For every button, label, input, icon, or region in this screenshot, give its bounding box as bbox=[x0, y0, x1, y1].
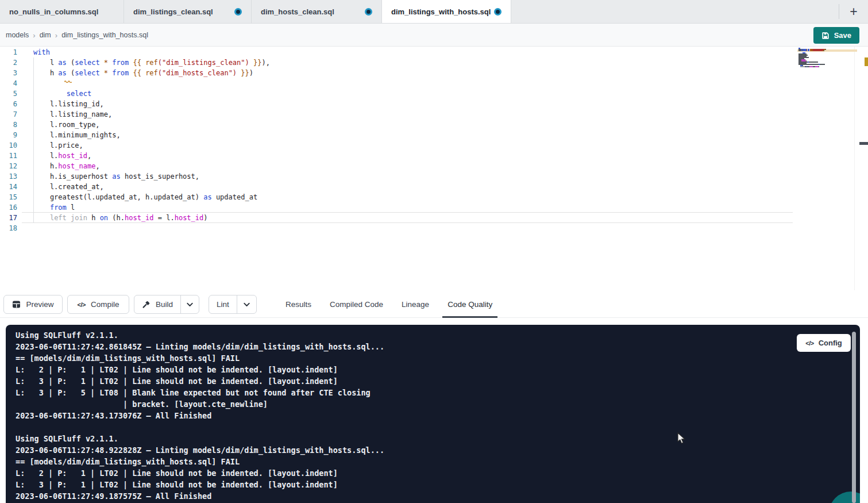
modified-dot-icon bbox=[494, 8, 501, 16]
breadcrumb-separator: › bbox=[55, 31, 57, 40]
code-line[interactable]: 8 l.room_type, bbox=[0, 120, 868, 130]
code-line[interactable]: 7 l.listing_name, bbox=[0, 109, 868, 120]
code-line[interactable]: 14 l.created_at, bbox=[0, 182, 868, 192]
terminal-line: Using SQLFluff v2.1.1. bbox=[16, 329, 384, 341]
modified-dot-icon bbox=[365, 8, 372, 16]
line-number: 1 bbox=[0, 47, 17, 57]
breadcrumb-item[interactable]: dim bbox=[40, 31, 51, 39]
tab-dim_hosts_clean.sql[interactable]: dim_hosts_clean.sql bbox=[252, 0, 382, 23]
tab-no_nulls_in_columns.sql[interactable]: no_nulls_in_columns.sql bbox=[0, 0, 124, 23]
compile-button-label: Compile bbox=[91, 300, 119, 309]
line-number: 11 bbox=[0, 151, 17, 161]
result-tab-results[interactable]: Results bbox=[286, 290, 311, 318]
line-number: 7 bbox=[0, 109, 17, 120]
action-bar: Preview </> Compile Build Lint bbox=[0, 290, 868, 318]
code-line[interactable]: 18 bbox=[0, 223, 868, 233]
modified-dot-icon bbox=[234, 8, 242, 16]
save-button[interactable]: Save bbox=[813, 27, 859, 44]
breadcrumb-item[interactable]: models bbox=[6, 31, 29, 39]
code-line[interactable]: 16 from l bbox=[0, 202, 868, 213]
terminal-line: L: 2 | P: 1 | LT02 | Line should not be … bbox=[16, 467, 384, 479]
code-line[interactable]: 9 l.minimum_nights, bbox=[0, 130, 868, 140]
code-text: l.listing_id, bbox=[33, 99, 104, 109]
editor-tab-bar: no_nulls_in_columns.sqldim_listings_clea… bbox=[0, 0, 868, 24]
lint-output-terminal[interactable]: Using SQLFluff v2.1.1.2023-06-06T11:27:4… bbox=[6, 325, 860, 503]
code-text: greatest(l.updated_at, h.updated_at) as … bbox=[33, 192, 257, 202]
terminal-line: == [models/dim/dim_listings_with_hosts.s… bbox=[16, 456, 384, 467]
file-header-row: models›dim›dim_listings_with_hosts.sql S… bbox=[0, 24, 868, 47]
result-tab-strip: ResultsCompiled CodeLineageCode Quality bbox=[286, 290, 492, 318]
line-number: 3 bbox=[0, 68, 17, 78]
code-line[interactable]: 10 l.price, bbox=[0, 140, 868, 151]
result-tab-compiled-code[interactable]: Compiled Code bbox=[330, 290, 383, 318]
code-line[interactable]: 2 l as (select * from {{ ref("dim_listin… bbox=[0, 57, 868, 68]
build-button[interactable]: Build bbox=[134, 295, 181, 313]
terminal-line: 2023-06-06T11:27:49.187575Z — All Finish… bbox=[16, 490, 384, 502]
build-dropdown-button[interactable] bbox=[181, 295, 199, 313]
code-line[interactable]: 4 bbox=[0, 78, 868, 89]
line-number: 9 bbox=[0, 130, 17, 140]
code-line[interactable]: 1with bbox=[0, 47, 868, 57]
terminal-line: 2023-06-06T11:27:42.861845Z — Linting mo… bbox=[16, 341, 384, 352]
code-icon: </> bbox=[805, 340, 813, 347]
code-text: left join h on (h.host_id = l.host_id) bbox=[33, 213, 208, 223]
code-line[interactable]: 5 select bbox=[0, 89, 868, 99]
code-text: l.minimum_nights, bbox=[33, 130, 121, 140]
code-line[interactable]: 6 l.listing_id, bbox=[0, 99, 868, 109]
line-number: 10 bbox=[0, 140, 17, 151]
code-text: l.listing_name, bbox=[33, 109, 112, 120]
hammer-icon bbox=[142, 300, 151, 309]
tab-dim_listings_clean.sql[interactable]: dim_listings_clean.sql bbox=[124, 0, 252, 23]
line-number: 2 bbox=[0, 57, 17, 68]
terminal-line: L: 2 | P: 1 | LT02 | Line should not be … bbox=[16, 364, 384, 375]
lint-dropdown-button[interactable] bbox=[237, 295, 256, 313]
preview-button[interactable]: Preview bbox=[3, 295, 63, 314]
line-number: 18 bbox=[0, 223, 17, 233]
code-line[interactable]: 11 l.host_id, bbox=[0, 151, 868, 161]
code-text: select bbox=[33, 89, 91, 99]
code-line[interactable]: 3 h as (select * from {{ ref("dim_hosts_… bbox=[0, 68, 868, 78]
chevron-down-icon bbox=[187, 302, 193, 307]
code-text: h.host_name, bbox=[33, 161, 100, 171]
minimap[interactable] bbox=[797, 48, 857, 82]
terminal-scrollbar[interactable] bbox=[852, 332, 856, 503]
code-line[interactable]: 13 h.is_superhost as host_is_superhost, bbox=[0, 171, 868, 182]
lint-button[interactable]: Lint bbox=[209, 295, 237, 313]
code-text: with bbox=[33, 47, 50, 57]
line-number: 4 bbox=[0, 78, 17, 89]
line-number: 8 bbox=[0, 120, 17, 130]
build-button-group: Build bbox=[134, 295, 199, 314]
compile-button[interactable]: </> Compile bbox=[67, 295, 129, 314]
save-button-label: Save bbox=[834, 31, 851, 40]
line-number: 6 bbox=[0, 99, 17, 109]
config-button[interactable]: </> Config bbox=[797, 334, 851, 352]
floppy-icon bbox=[821, 32, 830, 40]
overview-ruler-warning-mark bbox=[865, 57, 868, 66]
code-line[interactable]: 12 h.host_name, bbox=[0, 161, 868, 171]
terminal-line: == [models/dim/dim_listings_with_hosts.s… bbox=[16, 352, 384, 364]
new-tab-button[interactable]: + bbox=[839, 0, 868, 23]
breadcrumb-separator: › bbox=[33, 31, 35, 40]
code-line[interactable]: 15 greatest(l.updated_at, h.updated_at) … bbox=[0, 192, 868, 202]
tab-label: dim_listings_with_hosts.sql bbox=[391, 7, 491, 16]
result-tab-code-quality[interactable]: Code Quality bbox=[447, 290, 492, 318]
line-number: 16 bbox=[0, 202, 17, 213]
build-button-label: Build bbox=[156, 300, 173, 309]
code-editor[interactable]: 1with2 l as (select * from {{ ref("dim_l… bbox=[0, 47, 868, 290]
tab-label: no_nulls_in_columns.sql bbox=[9, 7, 98, 16]
terminal-line: L: 3 | P: 1 | LT02 | Line should not be … bbox=[16, 479, 384, 490]
code-text: from l bbox=[33, 202, 75, 213]
lint-button-label: Lint bbox=[217, 300, 229, 309]
code-line[interactable]: 17 left join h on (h.host_id = l.host_id… bbox=[0, 213, 868, 223]
code-text: l.created_at, bbox=[33, 182, 104, 192]
tab-label: dim_hosts_clean.sql bbox=[261, 7, 334, 16]
result-tab-lineage[interactable]: Lineage bbox=[402, 290, 429, 318]
line-number: 12 bbox=[0, 161, 17, 171]
preview-button-label: Preview bbox=[26, 300, 53, 309]
tab-dim_listings_with_hosts.sql[interactable]: dim_listings_with_hosts.sql bbox=[382, 0, 511, 23]
breadcrumb-item[interactable]: dim_listings_with_hosts.sql bbox=[61, 31, 148, 39]
terminal-line: | bracket. [layout.cte_newline] bbox=[16, 398, 384, 410]
config-button-label: Config bbox=[819, 339, 842, 347]
code-icon: </> bbox=[78, 301, 86, 308]
line-number: 15 bbox=[0, 192, 17, 202]
